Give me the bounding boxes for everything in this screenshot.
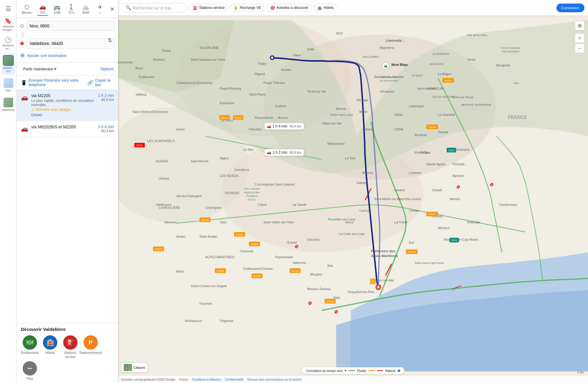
discover-item-restaurants[interactable]: 🍽 Restaurants bbox=[21, 335, 39, 359]
chip-stations-service[interactable]: ⛽ Stations-service bbox=[190, 4, 228, 12]
add-destination-button[interactable]: ⊕ Ajouter une destination bbox=[20, 50, 114, 59]
svg-text:Préalpes: Préalpes bbox=[246, 194, 258, 197]
options-button[interactable]: Options bbox=[100, 67, 114, 71]
sidebar-item-nice[interactable]: Nice bbox=[2, 76, 15, 94]
zoom-out-button[interactable]: − bbox=[575, 43, 584, 53]
map-statusbar: Données cartographiques ©2025 Google Fra… bbox=[118, 376, 588, 383]
svg-text:D6085: D6085 bbox=[216, 270, 224, 273]
svg-text:Parc naturel: Parc naturel bbox=[244, 187, 260, 190]
feedback-link[interactable]: Envoyer des commentaires sur le produit bbox=[247, 378, 302, 381]
svg-text:VILLEPLANE: VILLEPLANE bbox=[199, 46, 219, 50]
stations-icon: ⛽ bbox=[63, 335, 78, 350]
svg-text:Guillaumes: Guillaumes bbox=[138, 75, 154, 79]
route1-details-link[interactable]: Détails bbox=[31, 113, 96, 117]
svg-text:Tourrette-Levens: Tourrette-Levens bbox=[397, 197, 421, 201]
svg-text:Sac...: Sac... bbox=[513, 81, 521, 85]
svg-text:D2562: D2562 bbox=[253, 275, 261, 278]
sidebar-item-adresses[interactable]: 🔖 Adresses enregist... bbox=[2, 15, 15, 33]
route1-warning-text: Itinéraire avec péages. bbox=[36, 108, 72, 112]
transport-bar: ⬡ Recom. 🚗 1h2 🚌 1h58 🚶 17 h 🚲 3h49 ✈ bbox=[17, 0, 118, 18]
map-search-box[interactable]: 🔍 Rechercher sur le traj... bbox=[122, 3, 187, 13]
depart-button[interactable]: Partir maintenant ▾ bbox=[21, 65, 59, 73]
copy-link-button[interactable]: 🔗 Copier le lien bbox=[87, 78, 114, 87]
sidebar-item-valdeblore2[interactable]: Valdeblore bbox=[2, 95, 15, 113]
transit-icon: 🚌 bbox=[54, 4, 60, 10]
chip-hotels-icon: 🏨 bbox=[317, 6, 322, 10]
depart-chevron: ▾ bbox=[54, 66, 56, 72]
swap-button[interactable]: ⇅ bbox=[106, 36, 114, 44]
zoom-in-button[interactable]: + bbox=[575, 33, 584, 43]
privacy-link[interactable]: Confidentialité bbox=[225, 378, 244, 381]
map-background[interactable]: Saint-Martin-d'Entraunes Châteauneuf-d'E… bbox=[118, 15, 588, 376]
route-bubble-2[interactable]: 🚗 1 h 2 min 60,6 km bbox=[264, 149, 304, 156]
bubble2-icon: 🚗 bbox=[267, 150, 271, 155]
svg-text:Parco Naturale: Parco Naturale bbox=[501, 46, 520, 50]
discover-item-more[interactable]: ••• Plus bbox=[21, 361, 39, 381]
route1-info: via M2205 Le plus rapide, conditions de … bbox=[31, 93, 96, 117]
discover-title: Découvrir Valdeblore bbox=[21, 327, 114, 332]
chip-hotels-label: Hôtels bbox=[324, 6, 334, 10]
svg-text:Mougins: Mougins bbox=[310, 273, 322, 276]
svg-text:Eze: Eze bbox=[409, 241, 414, 244]
svg-text:Puget-Rostang: Puget-Rostang bbox=[220, 87, 241, 90]
sidebar-item-valdeblore-active[interactable]: Valdebl... 1h2 bbox=[2, 53, 15, 75]
sidebar-valdeblore-label: Valdebl... 1h2 bbox=[3, 66, 14, 73]
svg-text:Mouans-Sartoux: Mouans-Sartoux bbox=[307, 287, 331, 291]
svg-text:du Mercantour: du Mercantour bbox=[380, 79, 399, 82]
chip-activites[interactable]: 🎯 Activités à découvrir bbox=[267, 4, 312, 12]
nice-thumbnail bbox=[3, 78, 14, 88]
recom-label: Recom. bbox=[22, 11, 32, 14]
connexion-button[interactable]: Connexion bbox=[556, 4, 584, 12]
chip-hotels[interactable]: 🏨 Hôtels bbox=[314, 4, 337, 12]
svg-text:Mons: Mons bbox=[176, 270, 184, 273]
svg-text:Fayence: Fayence bbox=[199, 302, 212, 305]
transport-mode-plane[interactable]: ✈ — bbox=[95, 3, 106, 15]
my-location-button[interactable]: ⊕ bbox=[575, 21, 584, 30]
svg-text:Rigaud: Rigaud bbox=[255, 72, 265, 76]
origin-input[interactable] bbox=[26, 21, 114, 31]
svg-text:Alpes-Maritimes: Alpes-Maritimes bbox=[371, 254, 398, 258]
discover-item-stations[interactable]: ⛽ Stations-service bbox=[61, 335, 79, 359]
discover-section: Découvrir Valdeblore 🍽 Restaurants 🏨 Hôt… bbox=[17, 323, 118, 383]
discover-item-parking[interactable]: P Stationnements bbox=[82, 335, 100, 359]
svg-text:BERTHEMONT: BERTHEMONT bbox=[418, 87, 436, 90]
svg-text:LE BREC: LE BREC bbox=[221, 119, 234, 122]
svg-text:!: ! bbox=[372, 280, 373, 283]
svg-text:Contes: Contes bbox=[409, 209, 419, 212]
chip-stations-label: Stations-service bbox=[199, 6, 225, 10]
chip-recharge-ve[interactable]: 🔋 Recharge VE bbox=[230, 4, 264, 12]
svg-text:SS51: SS51 bbox=[451, 239, 458, 242]
svg-text:LES BLANCONS: LES BLANCONS bbox=[432, 95, 454, 98]
traffic-ralenti-line bbox=[377, 370, 383, 371]
discover-item-hotels[interactable]: 🏨 Hôtels bbox=[41, 335, 59, 359]
transport-mode-walk[interactable]: 🚶 17 h bbox=[66, 3, 77, 15]
sidebar-item-recherche[interactable]: 🕐 Recherch es... bbox=[2, 35, 15, 52]
sidebar-item-menu[interactable]: ☰ bbox=[2, 4, 15, 14]
chip-activites-icon: 🎯 bbox=[270, 6, 275, 10]
svg-text:THORENC: THORENC bbox=[224, 191, 240, 195]
svg-text:Saint-Jeannet: Saint-Jeannet bbox=[275, 183, 295, 186]
traffic-legend[interactable]: Circulation en temps réel ▾ Fluide Ralen… bbox=[302, 367, 404, 374]
svg-text:LES SCAFFARELS: LES SCAFFARELS bbox=[147, 139, 175, 143]
svg-text:Puget-Théniers: Puget-Théniers bbox=[264, 81, 285, 85]
svg-text:Sainte-Agnès: Sainte-Agnès bbox=[426, 162, 445, 166]
swap-icon: ⇅ bbox=[108, 37, 112, 43]
sidebar-nice-label: Nice bbox=[5, 89, 11, 92]
svg-text:Ascros: Ascros bbox=[278, 116, 288, 119]
svg-text:Gas de la Casa: Gas de la Casa bbox=[467, 33, 487, 37]
send-route-button[interactable]: 📱 Envoyer l'itinéraire vers votre téléph… bbox=[21, 78, 87, 87]
transport-mode-transit[interactable]: 🚌 1h58 bbox=[51, 3, 63, 15]
copy-label: Copier le lien bbox=[95, 78, 114, 87]
terms-link[interactable]: Conditions d'utilisation bbox=[192, 378, 221, 381]
svg-text:LE BOREON: LE BOREON bbox=[432, 52, 449, 55]
transport-mode-car[interactable]: 🚗 1h2 bbox=[37, 2, 48, 16]
destination-input[interactable] bbox=[26, 38, 114, 49]
svg-text:Caussols: Caussols bbox=[240, 249, 253, 253]
close-button[interactable]: ✕ bbox=[108, 5, 116, 13]
route-item-1[interactable]: 🚗 via M2205 Le plus rapide, conditions d… bbox=[17, 90, 118, 121]
transport-mode-bike[interactable]: 🚲 3h49 bbox=[80, 3, 92, 15]
layers-button[interactable]: Calques bbox=[121, 362, 148, 373]
route-bubble-1[interactable]: 🚗 1 h 4 min 60,4 km bbox=[264, 123, 304, 130]
transport-mode-recom[interactable]: ⬡ Recom. bbox=[20, 3, 34, 15]
route-item-2[interactable]: 🚗 via M6202BIS et M2205 1 h 4 min 60,4 k… bbox=[17, 121, 118, 137]
